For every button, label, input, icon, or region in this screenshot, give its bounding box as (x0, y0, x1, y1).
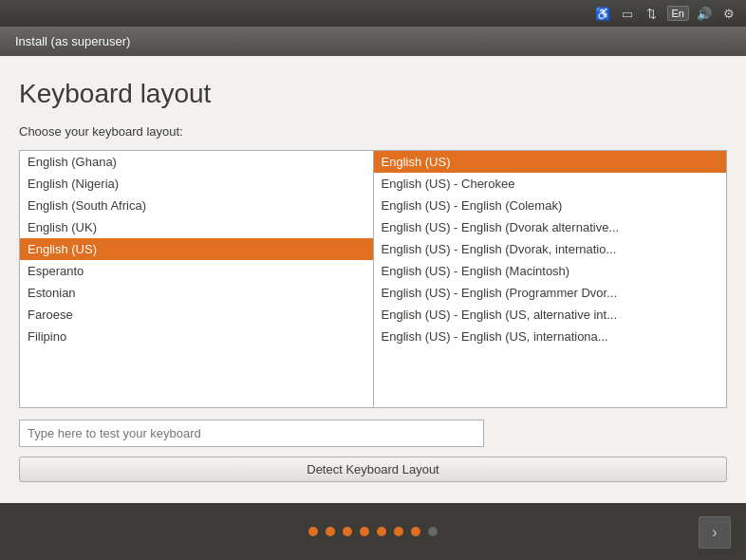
content-area: Keyboard layout Choose your keyboard lay… (0, 56, 746, 503)
progress-dot-6 (411, 527, 420, 536)
right-list-item[interactable]: English (US) - English (US, alternative … (374, 304, 727, 326)
battery-icon[interactable]: ▭ (618, 4, 637, 23)
progress-dot-0 (308, 527, 318, 536)
detect-keyboard-layout-button[interactable]: Detect Keyboard Layout (19, 457, 727, 482)
progress-dot-5 (394, 527, 403, 536)
right-list-item[interactable]: English (US) - English (Dvorak, internat… (374, 238, 727, 260)
right-list-item[interactable]: English (US) - English (Programmer Dvor.… (374, 282, 727, 304)
right-list-item[interactable]: English (US) - English (US, internationa… (374, 326, 727, 347)
volume-icon[interactable]: 🔊 (695, 4, 714, 23)
next-button[interactable]: › (699, 516, 731, 549)
progress-dots (308, 527, 438, 536)
keyboard-test-input[interactable] (19, 420, 484, 447)
progress-dot-3 (360, 527, 369, 536)
progress-dot-1 (326, 527, 335, 536)
right-list-item[interactable]: English (US) (374, 151, 727, 173)
progress-dot-2 (343, 527, 352, 536)
lists-container: English (Ghana)English (Nigeria)English … (19, 150, 727, 408)
left-list-item[interactable]: English (UK) (20, 216, 373, 238)
progress-dot-7 (428, 527, 438, 536)
accessibility-icon[interactable]: ♿ (593, 4, 612, 23)
settings-icon[interactable]: ⚙ (719, 4, 738, 23)
subtitle: Choose your keyboard layout: (19, 124, 727, 139)
right-variant-list[interactable]: English (US)English (US) - CherokeeEngli… (373, 150, 728, 408)
left-list-item[interactable]: Esperanto (20, 260, 373, 282)
left-list-item[interactable]: Estonian (20, 282, 373, 304)
window-title: Install (as superuser) (15, 34, 130, 48)
left-list-item[interactable]: Filipino (20, 326, 373, 347)
right-list-item[interactable]: English (US) - Cherokee (374, 173, 727, 195)
language-indicator[interactable]: En (667, 6, 689, 21)
left-language-list[interactable]: English (Ghana)English (Nigeria)English … (19, 150, 373, 408)
title-bar: Install (as superuser) (0, 27, 746, 56)
right-list-item[interactable]: English (US) - English (Macintosh) (374, 260, 727, 282)
right-list-item[interactable]: English (US) - English (Dvorak alternati… (374, 216, 727, 238)
network-icon[interactable]: ⇅ (643, 4, 662, 23)
left-list-item[interactable]: English (Nigeria) (20, 173, 373, 195)
right-list: English (US)English (US) - CherokeeEngli… (374, 151, 727, 407)
left-list-item[interactable]: Faroese (20, 304, 373, 326)
left-list-item[interactable]: English (US) (20, 238, 373, 260)
left-list-item[interactable]: English (Ghana) (20, 151, 373, 173)
main-window: Install (as superuser) Keyboard layout C… (0, 27, 746, 560)
bottom-bar: › (0, 503, 746, 560)
left-list-item[interactable]: English (South Africa) (20, 195, 373, 216)
page-title: Keyboard layout (19, 79, 727, 109)
progress-dot-4 (377, 527, 386, 536)
top-bar: ♿ ▭ ⇅ En 🔊 ⚙ (0, 0, 746, 27)
right-list-item[interactable]: English (US) - English (Colemak) (374, 195, 727, 216)
